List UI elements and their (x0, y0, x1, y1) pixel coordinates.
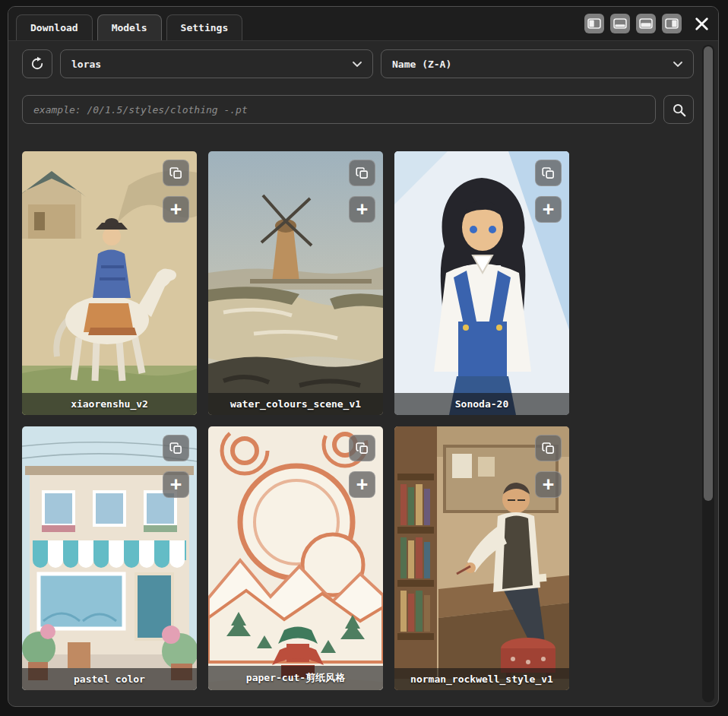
tab-download[interactable]: Download (16, 14, 93, 40)
model-preview-image (394, 426, 569, 690)
close-icon (694, 16, 710, 32)
dock-bottom-button[interactable] (610, 14, 630, 33)
copy-icon (169, 166, 183, 180)
search-row (22, 95, 694, 124)
dock-right-icon (665, 18, 679, 29)
model-card[interactable]: + Sonoda-20 (394, 151, 569, 415)
dock-bottom-large-icon (639, 18, 653, 29)
tabs: Download Models Settings (16, 14, 242, 40)
model-title: paper-cut-剪纸风格 (208, 666, 383, 690)
tab-models[interactable]: Models (97, 14, 162, 40)
copy-model-button[interactable] (163, 160, 189, 186)
search-button[interactable] (663, 95, 694, 124)
model-card[interactable]: + xiaorenshu_v2 (22, 151, 197, 415)
copy-icon (542, 166, 555, 180)
model-preview-image (394, 151, 569, 415)
add-model-button[interactable]: + (349, 471, 375, 498)
chevron-down-icon (673, 62, 682, 67)
model-preview-image (208, 151, 383, 415)
add-model-button[interactable]: + (349, 196, 375, 223)
scrollbar[interactable] (702, 45, 714, 702)
plus-icon: + (170, 199, 182, 218)
model-type-select[interactable]: loras (60, 49, 373, 78)
plus-icon: + (543, 474, 554, 493)
sort-value: Name (Z-A) (392, 59, 451, 70)
model-card[interactable]: + norman_rockwell_style_v1 (394, 426, 569, 690)
dock-left-icon (587, 18, 601, 29)
close-button[interactable] (691, 13, 712, 34)
plus-icon: + (356, 199, 368, 218)
dock-right-button[interactable] (662, 14, 682, 33)
tab-settings-label: Settings (181, 22, 229, 33)
model-card[interactable]: + water_colours_scene_v1 (208, 151, 383, 415)
tab-download-label: Download (30, 22, 78, 33)
model-title: Sonoda-20 (394, 393, 569, 415)
window-controls (584, 14, 682, 33)
add-model-button[interactable]: + (163, 471, 189, 498)
tab-settings[interactable]: Settings (166, 14, 243, 40)
model-title: norman_rockwell_style_v1 (394, 668, 569, 690)
model-title: water_colours_scene_v1 (208, 393, 383, 415)
search-icon (672, 103, 686, 117)
tab-strip: Download Models Settings (8, 7, 718, 41)
model-card[interactable]: + paper-cut-剪纸风格 (208, 426, 383, 690)
model-card[interactable]: + pastel color (22, 426, 197, 690)
dock-bottom-large-button[interactable] (636, 14, 656, 33)
refresh-button[interactable] (22, 49, 52, 78)
add-model-button[interactable]: + (535, 196, 562, 223)
dock-left-button[interactable] (584, 14, 604, 33)
copy-icon (542, 442, 555, 455)
refresh-icon (30, 56, 45, 71)
plus-icon: + (356, 474, 368, 493)
toolbar: loras Name (Z-A) (22, 49, 694, 78)
dock-bottom-icon (613, 18, 627, 29)
copy-icon (169, 442, 183, 455)
model-title: xiaorenshu_v2 (22, 393, 197, 415)
plus-icon: + (170, 474, 182, 493)
copy-icon (356, 166, 369, 180)
search-input[interactable] (22, 95, 656, 124)
model-type-value: loras (71, 59, 101, 70)
models-panel: Download Models Settings (8, 6, 719, 707)
plus-icon: + (543, 199, 554, 218)
add-model-button[interactable]: + (163, 196, 189, 223)
model-preview-image (22, 426, 197, 690)
sort-select[interactable]: Name (Z-A) (381, 49, 694, 78)
model-preview-image (22, 151, 197, 415)
chevron-down-icon (353, 62, 362, 67)
copy-model-button[interactable] (535, 160, 562, 186)
add-model-button[interactable]: + (535, 471, 562, 498)
scrollbar-thumb[interactable] (704, 46, 713, 501)
model-title: pastel color (22, 668, 197, 690)
model-preview-image (208, 426, 383, 690)
copy-model-button[interactable] (535, 435, 562, 461)
model-grid: + xiaorenshu_v2 (22, 151, 569, 690)
tab-models-label: Models (112, 22, 147, 33)
copy-model-button[interactable] (349, 160, 375, 186)
copy-model-button[interactable] (163, 435, 189, 461)
copy-icon (356, 442, 369, 455)
copy-model-button[interactable] (349, 435, 375, 461)
